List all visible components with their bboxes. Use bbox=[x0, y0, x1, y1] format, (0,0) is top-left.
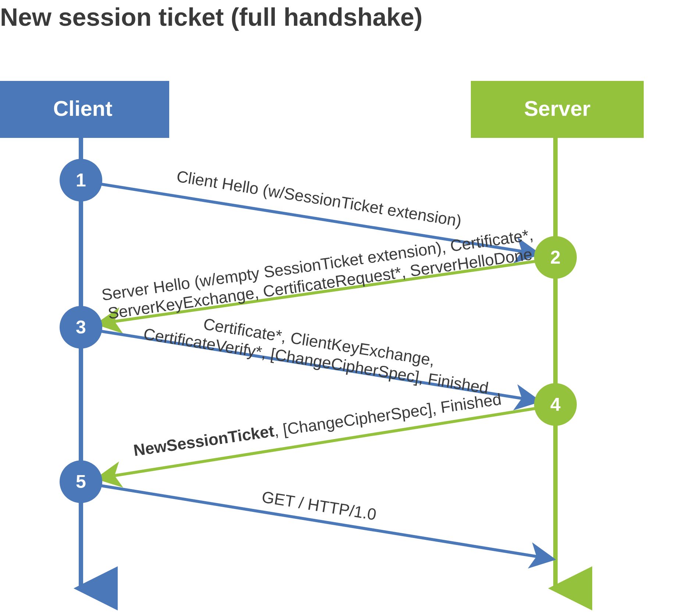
server-label: Server bbox=[524, 96, 591, 120]
arrow-5-end bbox=[99, 485, 552, 559]
step-4: 4 bbox=[534, 383, 577, 426]
msg-3-label: Certificate*, ClientKeyExchange, Certifi… bbox=[142, 306, 493, 397]
msg-1-label: Client Hello (w/SessionTicket extension) bbox=[175, 167, 463, 230]
svg-text:2: 2 bbox=[550, 247, 561, 268]
step-2: 2 bbox=[534, 236, 577, 279]
server-header: Server bbox=[471, 81, 644, 138]
step-3: 3 bbox=[60, 306, 102, 349]
svg-text:4: 4 bbox=[550, 394, 561, 415]
step-5: 5 bbox=[60, 460, 102, 503]
svg-text:5: 5 bbox=[76, 471, 86, 492]
msg-4-label: NewSessionTicket, [ChangeCipherSpec], Fi… bbox=[132, 390, 502, 459]
client-header: Client bbox=[0, 81, 169, 138]
step-1: 1 bbox=[60, 159, 102, 202]
svg-text:NewSessionTicket, [ChangeCiphe: NewSessionTicket, [ChangeCipherSpec], Fi… bbox=[132, 390, 502, 459]
client-label: Client bbox=[53, 96, 112, 120]
svg-text:3: 3 bbox=[76, 317, 86, 338]
svg-text:1: 1 bbox=[76, 170, 86, 190]
msg-5-label: GET / HTTP/1.0 bbox=[260, 488, 377, 524]
msg-2-label: Server Hello (w/empty SessionTicket exte… bbox=[100, 225, 537, 323]
diagram-title: New session ticket (full handshake) bbox=[0, 3, 423, 31]
